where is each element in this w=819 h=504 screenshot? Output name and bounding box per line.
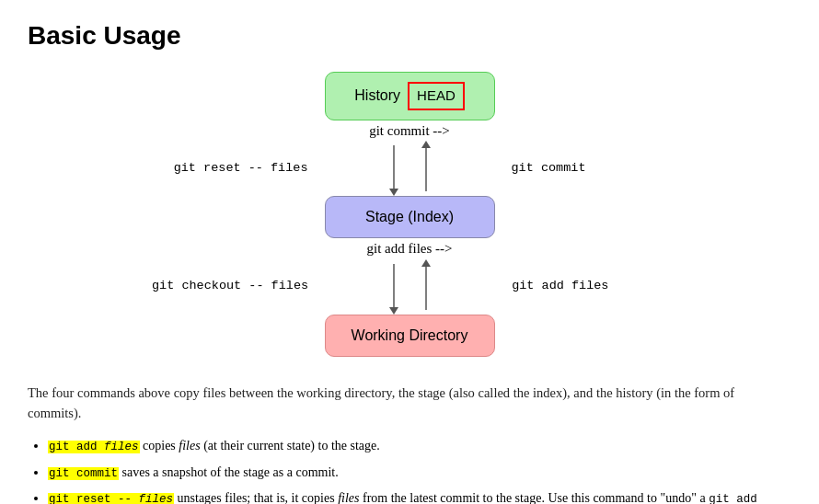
history-label: History bbox=[354, 85, 400, 107]
highlight-git-commit: git commit bbox=[48, 467, 119, 480]
working-box: Working Directory bbox=[325, 315, 495, 357]
description-text: The four commands above copy files betwe… bbox=[28, 383, 782, 424]
svg-marker-3 bbox=[421, 141, 431, 148]
page-title: Basic Usage bbox=[28, 17, 791, 55]
list-item: git reset -- files unstages files; that … bbox=[48, 488, 791, 504]
bullet-list: git add files copies files (at their cur… bbox=[28, 436, 791, 504]
svg-marker-7 bbox=[421, 259, 431, 267]
highlight-git-add: git add files bbox=[48, 441, 140, 453]
svg-marker-1 bbox=[389, 189, 398, 196]
label-reset: git reset -- files bbox=[152, 159, 325, 178]
list-item: git add files copies files (at their cur… bbox=[48, 436, 791, 456]
highlight-git-reset: git reset -- files bbox=[48, 493, 174, 504]
history-box: History HEAD bbox=[325, 72, 495, 120]
label-add: git add files bbox=[495, 277, 667, 295]
label-commit: git commit bbox=[495, 159, 668, 178]
svg-marker-5 bbox=[389, 307, 398, 315]
stage-box: Stage (Index) bbox=[325, 196, 495, 238]
list-item: git commit saves a snapshot of the stage… bbox=[48, 463, 791, 483]
arrows-top bbox=[325, 141, 495, 196]
stage-label: Stage (Index) bbox=[365, 209, 454, 224]
working-label: Working Directory bbox=[352, 327, 468, 343]
label-checkout: git checkout -- files bbox=[152, 277, 325, 295]
diagram: History HEAD git commit --> git reset --… bbox=[28, 72, 791, 357]
head-label: HEAD bbox=[408, 82, 465, 110]
arrows-bottom bbox=[325, 259, 495, 315]
